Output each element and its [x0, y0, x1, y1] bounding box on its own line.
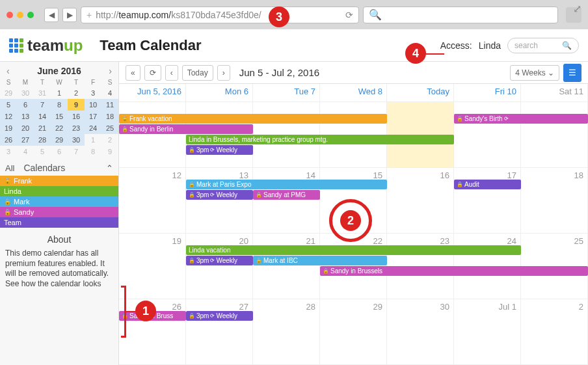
- mini-day[interactable]: 7: [68, 146, 85, 157]
- event[interactable]: 🔒Sandy's Birth⟳: [454, 114, 588, 124]
- mini-day[interactable]: 22: [51, 122, 68, 134]
- collapse-icon[interactable]: ⌃: [106, 163, 113, 173]
- day-cell[interactable]: 30: [387, 299, 454, 365]
- mini-day[interactable]: 1: [51, 87, 68, 99]
- event[interactable]: Linda in Brussels, marketing practice gr…: [186, 135, 454, 144]
- day-cell[interactable]: [521, 102, 588, 168]
- url-bar[interactable]: + http:// teamup.com/ ks8170bda745e3fd0e…: [81, 7, 359, 23]
- mini-day[interactable]: 27: [17, 134, 34, 146]
- mini-day[interactable]: 9: [101, 146, 118, 157]
- mini-day[interactable]: 8: [85, 146, 101, 157]
- mini-day[interactable]: 9: [68, 99, 85, 111]
- next-range-button[interactable]: ›: [217, 65, 230, 81]
- mini-day[interactable]: 11: [101, 99, 118, 111]
- mini-day[interactable]: 3: [0, 146, 17, 157]
- fullscreen-icon[interactable]: ⤢: [573, 3, 581, 15]
- mini-day[interactable]: 7: [34, 99, 51, 111]
- minimize-window[interactable]: [17, 12, 23, 18]
- event[interactable]: 🔒Mark at Paris Expo: [186, 180, 387, 189]
- mini-calendar[interactable]: SMTWTFS293031123456789101112131415161718…: [0, 77, 118, 157]
- mini-day[interactable]: 6: [51, 146, 68, 157]
- mini-day[interactable]: 6: [17, 99, 34, 111]
- day-header[interactable]: Fri 10: [454, 84, 521, 102]
- calendar-item[interactable]: Team: [0, 217, 118, 228]
- mini-next[interactable]: ›: [109, 66, 112, 76]
- day-cell[interactable]: [454, 102, 521, 168]
- first-page-button[interactable]: «: [126, 65, 140, 81]
- calendar-item[interactable]: 🔒Mark: [0, 196, 118, 207]
- day-cell[interactable]: [119, 102, 186, 168]
- calendar-item[interactable]: 🔒Sandy: [0, 207, 118, 217]
- logo[interactable]: teamup: [9, 36, 83, 55]
- mini-day[interactable]: 5: [0, 99, 17, 111]
- mini-day[interactable]: 13: [17, 111, 34, 122]
- back-button[interactable]: ◀: [44, 8, 59, 22]
- day-cell[interactable]: 13: [186, 168, 253, 234]
- mini-day[interactable]: 28: [34, 134, 51, 146]
- event[interactable]: 🔒Mark at IBC: [253, 256, 387, 265]
- day-header[interactable]: Wed 8: [320, 84, 387, 102]
- view-selector[interactable]: 4 Weeks ⌄: [510, 65, 559, 81]
- mini-day[interactable]: 17: [85, 111, 101, 122]
- mini-day[interactable]: 25: [101, 122, 118, 134]
- day-cell[interactable]: 12: [119, 168, 186, 234]
- mini-day[interactable]: 4: [101, 87, 118, 99]
- today-button[interactable]: Today: [182, 65, 213, 81]
- day-cell[interactable]: 28: [253, 299, 320, 365]
- event[interactable]: 🔒Audit: [454, 180, 521, 189]
- mini-day[interactable]: 24: [85, 122, 101, 134]
- mini-day[interactable]: 5: [34, 146, 51, 157]
- mini-day[interactable]: 4: [17, 146, 34, 157]
- prev-range-button[interactable]: ‹: [165, 65, 178, 81]
- mini-day[interactable]: 31: [34, 87, 51, 99]
- mini-day[interactable]: 12: [0, 111, 17, 122]
- mini-day[interactable]: 10: [85, 99, 101, 111]
- day-cell[interactable]: 20: [186, 234, 253, 299]
- day-header[interactable]: Today: [387, 84, 454, 102]
- day-header[interactable]: Tue 7: [253, 84, 320, 102]
- event[interactable]: 🔒3pm⟳Weekly: [186, 311, 253, 321]
- day-cell[interactable]: 18: [521, 168, 588, 234]
- browser-search[interactable]: 🔍: [363, 7, 558, 23]
- day-cell[interactable]: 2: [521, 299, 588, 365]
- day-cell[interactable]: 14: [253, 168, 320, 234]
- calendars-all[interactable]: All: [5, 163, 14, 173]
- event[interactable]: 🔒3pm⟳Weekly: [186, 256, 253, 265]
- mini-prev[interactable]: ‹: [7, 66, 10, 76]
- mini-day[interactable]: 26: [0, 134, 17, 146]
- event[interactable]: Linda vacation: [186, 245, 521, 255]
- day-header[interactable]: Mon 6: [186, 84, 253, 102]
- mini-day[interactable]: 3: [85, 87, 101, 99]
- mini-day[interactable]: 2: [68, 87, 85, 99]
- reload-icon[interactable]: ⟳: [345, 10, 353, 20]
- mini-day[interactable]: 14: [34, 111, 51, 122]
- menu-button[interactable]: ☰: [563, 64, 581, 82]
- mini-day[interactable]: 29: [51, 134, 68, 146]
- mini-day[interactable]: 30: [68, 134, 85, 146]
- calendar-item[interactable]: 🔒Frank: [0, 176, 118, 186]
- mini-day[interactable]: 21: [34, 122, 51, 134]
- refresh-button[interactable]: ⟳: [144, 65, 161, 81]
- mini-day[interactable]: 16: [68, 111, 85, 122]
- day-cell[interactable]: 16: [387, 168, 454, 234]
- day-cell[interactable]: 21: [253, 234, 320, 299]
- event[interactable]: 🔒Sandy at PMG: [253, 190, 320, 200]
- mini-day[interactable]: 29: [0, 87, 17, 99]
- mini-day[interactable]: 8: [51, 99, 68, 111]
- mini-day[interactable]: 23: [68, 122, 85, 134]
- close-window[interactable]: [7, 12, 13, 18]
- event[interactable]: 🔒Sandy in Brussels: [320, 266, 588, 276]
- mini-day[interactable]: 20: [17, 122, 34, 134]
- event[interactable]: 🔒Frank vacation: [119, 114, 387, 124]
- zoom-window[interactable]: [27, 12, 34, 18]
- day-cell[interactable]: 29: [320, 299, 387, 365]
- mini-day[interactable]: 19: [0, 122, 17, 134]
- day-header[interactable]: Sat 11: [521, 84, 588, 102]
- mini-day[interactable]: 30: [17, 87, 34, 99]
- mini-day[interactable]: 2: [101, 134, 118, 146]
- event[interactable]: 🔒Sandy in Berlin: [119, 124, 253, 134]
- calendar-item[interactable]: Linda: [0, 186, 118, 196]
- mini-day[interactable]: 18: [101, 111, 118, 122]
- day-header[interactable]: Jun 5, 2016: [119, 84, 186, 102]
- forward-button[interactable]: ▶: [62, 8, 77, 22]
